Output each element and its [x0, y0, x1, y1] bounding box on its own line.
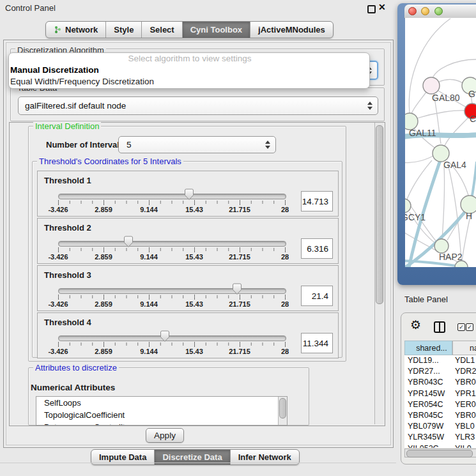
tab-jactivemnodules[interactable]: jActiveMNodules [250, 22, 333, 38]
slider-thumb[interactable] [184, 188, 194, 201]
algorithm-option-equal-width[interactable]: Equal Width/Frequency Discretization [9, 76, 369, 88]
threshold-4-slider[interactable]: -3.426 2.859 9.144 15.43 21.715 28 [58, 326, 285, 357]
table-data-combobox[interactable]: galFiltered.sif default node [18, 96, 378, 115]
network-canvas[interactable]: GAL80 G C GAL11 GAL4 GCY1 H HAP2 [405, 18, 476, 267]
split-view-icon[interactable] [434, 321, 445, 333]
slider-track[interactable] [58, 288, 286, 294]
tick-label: 2.859 [95, 348, 112, 355]
slider-track[interactable] [58, 335, 286, 341]
node-label-gal4: GAL4 [443, 160, 466, 170]
tick-label: 21.715 [229, 206, 250, 213]
minimize-traffic-light[interactable] [421, 7, 429, 15]
attribute-item[interactable]: SelfLoops [36, 397, 287, 409]
slider-minor-ticks [58, 295, 286, 298]
table-row[interactable]: YDL19...YDL1 [404, 355, 476, 366]
table-row[interactable]: YLR345WYLR3 [404, 432, 476, 443]
cell: YBR0 [452, 377, 476, 388]
cell: YDL19... [404, 355, 452, 366]
table-data-combobox-value: galFiltered.sif default node [19, 101, 367, 111]
numerical-attributes-list: SelfLoops TopologicalCoefficient Between… [36, 396, 288, 426]
checkbox-icon[interactable]: ✓ [457, 323, 465, 331]
float-window-icon[interactable] [367, 5, 376, 13]
cell: YBL0 [452, 421, 475, 432]
node-label-h: H [466, 211, 472, 221]
tick-label: -3.426 [48, 253, 68, 261]
column-header-shared-name[interactable]: shared... [404, 341, 452, 355]
slider-thumb[interactable] [123, 236, 134, 248]
zoom-traffic-light[interactable] [434, 7, 443, 15]
gear-icon[interactable]: ⚙ [410, 319, 421, 331]
cell: YIL052C [404, 443, 452, 449]
attributes-list-scrollbar[interactable] [278, 397, 287, 425]
threshold-4-label: Threshold 4 [44, 318, 91, 327]
attribute-item[interactable]: TopologicalCoefficient [36, 409, 287, 421]
tab-jactivemnodules-label: jActiveMNodules [258, 25, 325, 35]
number-of-intervals-combobox[interactable]: 5 [118, 136, 276, 153]
network-edges [405, 19, 476, 264]
slider-thumb[interactable] [160, 330, 170, 342]
cell: YDR27... [404, 366, 452, 377]
table-row[interactable]: YBR045CYBR0 [404, 410, 476, 421]
tick-label: 28 [281, 348, 289, 355]
algorithm-option-manual[interactable]: Manual Discretization [9, 65, 369, 76]
slider-thumb[interactable] [232, 283, 242, 295]
threshold-3-value-field[interactable]: 21.4 [301, 286, 333, 306]
table-row[interactable]: YIL052CYIL0 [404, 443, 476, 449]
cell: YBL079W [404, 421, 452, 432]
table-row[interactable]: YDR27...YDR2 [404, 366, 476, 377]
node-gcy1[interactable] [405, 199, 411, 213]
cell: YDL1 [452, 355, 475, 366]
slider-track[interactable] [58, 194, 286, 199]
tab-select[interactable]: Select [141, 22, 181, 38]
tab-network[interactable]: Network [46, 22, 105, 38]
tick-label: 21.715 [229, 300, 250, 308]
node-gal80[interactable] [423, 77, 440, 94]
control-panel-tabs: Network Style Select Cyni Toolbox jActiv… [45, 21, 334, 38]
close-icon[interactable]: ✕ [378, 2, 386, 12]
network-icon [54, 26, 62, 34]
column-header-name[interactable]: na [452, 341, 476, 355]
cell: YDR2 [452, 366, 476, 377]
table-row[interactable]: YBL079WYBL0 [404, 421, 476, 432]
table-hscrollbar-thumb[interactable] [406, 450, 473, 457]
threshold-4-value-field[interactable]: 11.344 [301, 333, 333, 353]
settings-vscrollbar-thumb[interactable] [376, 125, 383, 304]
threshold-3-panel: Threshold 3 -3.426 2.859 9.144 15.43 21.… [37, 265, 339, 311]
threshold-1-value-field[interactable]: 14.713 [301, 191, 333, 211]
checkbox-icon[interactable]: ✓ [466, 323, 473, 331]
tick-label: 2.859 [95, 206, 112, 213]
slider-track[interactable] [58, 241, 286, 247]
combo-arrows-icon [265, 141, 270, 149]
node-hap2[interactable] [434, 239, 449, 253]
table-row[interactable]: YBR043CYBR0 [404, 377, 476, 388]
tab-cyni-toolbox[interactable]: Cyni Toolbox [182, 22, 250, 38]
threshold-2-slider[interactable]: -3.426 2.859 9.144 15.43 21.715 28 [58, 232, 285, 263]
tick-label: 2.859 [95, 300, 112, 308]
threshold-3-slider[interactable]: -3.426 2.859 9.144 15.43 21.715 28 [58, 279, 285, 310]
table-row[interactable]: YER054CYER0 [404, 399, 476, 410]
close-traffic-light[interactable] [408, 7, 417, 15]
attributes-group-title: Attributes to discretize [33, 364, 119, 372]
threshold-coordinates-title: Threshold's Coordinates for 5 Intervals [37, 157, 183, 165]
tick-label: 15.43 [185, 348, 203, 355]
control-panel-title: Control Panel [5, 3, 56, 13]
threshold-2-value-field[interactable]: 6.316 [301, 238, 333, 259]
app-root: Control Panel ✕ Network Style Select Cyn… [0, 0, 476, 476]
cell: YLR345W [404, 432, 452, 443]
settings-vscrollbar[interactable] [374, 123, 384, 424]
table-row[interactable]: YPR145WYPR1 [404, 388, 476, 399]
node-label-c: C [470, 114, 476, 124]
interval-definition-title: Interval Definition [33, 122, 101, 130]
table-hscrollbar[interactable] [404, 449, 476, 457]
apply-button[interactable]: Apply [146, 428, 184, 443]
cell: YPR145W [404, 388, 452, 399]
cell: YPR1 [452, 388, 476, 399]
algorithm-dropdown-popup: Select algorithm to view settings Manual… [8, 52, 370, 89]
attribute-item[interactable]: BetweennessCentrality [36, 421, 287, 426]
node-label-gcy1: GCY1 [405, 212, 426, 222]
tab-style[interactable]: Style [105, 22, 141, 38]
tick-label: 9.144 [140, 300, 158, 308]
attributes-list-scrollbar-thumb[interactable] [279, 398, 286, 418]
threshold-1-slider[interactable]: -3.426 2.859 9.144 15.43 21.715 28 [58, 185, 285, 215]
combo-arrows-icon [367, 102, 372, 110]
